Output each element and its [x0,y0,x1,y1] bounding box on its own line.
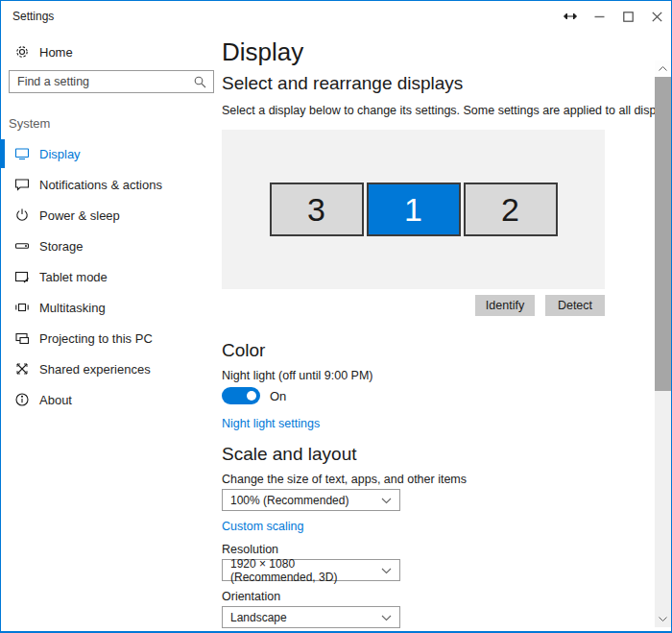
sidebar-item-label: Projecting to this PC [39,331,153,346]
resize-arrows-icon[interactable] [556,1,585,32]
monitor-arrangement-panel[interactable]: 3 1 2 [222,130,605,289]
rearrange-description: Select a display below to change its set… [222,103,671,118]
resolution-dropdown[interactable]: 1920 × 1080 (Recommended, 3D) [222,559,400,581]
sidebar-item-home[interactable]: Home [1,39,222,64]
toggle-state-label: On [270,389,286,403]
sidebar-item-label: Display [39,147,81,161]
sidebar-item-label: Power & sleep [39,208,120,223]
color-heading: Color [222,339,671,362]
sidebar-home-label: Home [39,45,73,60]
notifications-icon [14,177,30,192]
shared-experiences-icon [14,361,30,377]
monitor-3[interactable]: 3 [270,183,364,236]
selected-indicator [1,139,5,168]
orientation-value: Landscape [230,611,287,624]
search-icon[interactable] [193,75,206,88]
chevron-down-icon [381,494,392,507]
search-input[interactable] [10,71,213,92]
sidebar-item-label: Notifications & actions [39,178,162,192]
storage-icon [14,238,30,254]
toggle-knob [247,391,256,401]
maximize-button[interactable] [613,1,642,32]
monitor-number: 3 [307,191,325,229]
page-title: Display [222,37,671,66]
minimize-button[interactable] [585,1,613,32]
sidebar-item-notifications[interactable]: Notifications & actions [1,169,222,200]
sidebar-item-shared-experiences[interactable]: Shared experiences [1,353,222,384]
sidebar-item-label: Tablet mode [39,270,108,284]
resolution-value: 1920 × 1080 (Recommended, 3D) [230,557,381,584]
scaling-value: 100% (Recommended) [230,494,348,507]
sidebar-item-power-sleep[interactable]: Power & sleep [1,200,222,231]
display-icon [14,146,30,161]
settings-window: Settings [0,0,672,633]
identify-button[interactable]: Identify [475,295,535,316]
search-box [9,70,214,93]
sidebar-item-multitasking[interactable]: Multitasking [1,292,222,323]
orientation-label: Orientation [222,589,671,604]
main-content: Display Select and rearrange displays Se… [222,32,671,632]
about-icon [14,392,30,407]
tablet-icon [14,269,30,284]
monitor-number: 1 [404,191,422,229]
sidebar-item-label: Shared experiences [39,362,151,377]
scroll-down-icon[interactable] [655,611,671,627]
window-title: Settings [1,10,54,23]
scaling-size-label: Change the size of text, apps, and other… [222,472,671,487]
sidebar-item-about[interactable]: About [1,384,222,415]
detect-button[interactable]: Detect [545,295,605,316]
orientation-dropdown[interactable]: Landscape [222,606,400,628]
sidebar: Home System [1,32,222,632]
scaling-dropdown[interactable]: 100% (Recommended) [222,489,400,511]
night-light-label: Night light (off until 9:00 PM) [222,368,671,383]
sidebar-item-label: About [39,393,72,407]
night-light-toggle-row: On [222,387,671,404]
sidebar-item-tablet-mode[interactable]: Tablet mode [1,261,222,292]
power-icon [14,207,30,223]
sidebar-item-label: Storage [39,239,84,254]
custom-scaling-link[interactable]: Custom scaling [222,519,303,534]
resolution-label: Resolution [222,542,671,557]
scale-heading: Scale and layout [222,443,671,466]
vertical-scrollbar[interactable] [655,61,671,627]
rearrange-heading: Select and rearrange displays [222,72,671,95]
titlebar: Settings [1,1,671,32]
gear-icon [14,44,30,60]
scrollbar-thumb[interactable] [655,77,671,391]
identify-detect-row: Identify Detect [222,295,605,316]
monitor-1[interactable]: 1 [367,183,461,236]
sidebar-item-display[interactable]: Display [1,138,222,169]
night-light-settings-link[interactable]: Night light settings [222,416,320,431]
chevron-down-icon [381,564,392,577]
night-light-toggle[interactable] [222,387,260,404]
chevron-down-icon [381,611,392,624]
sidebar-item-projecting[interactable]: Projecting to this PC [1,323,222,353]
scroll-up-icon[interactable] [655,61,671,77]
sidebar-item-label: Multitasking [39,301,106,315]
monitor-number: 2 [501,191,519,229]
projecting-icon [14,330,30,346]
sidebar-nav: Display Notifications & actions [1,138,222,415]
sidebar-item-storage[interactable]: Storage [1,231,222,261]
close-button[interactable] [642,1,671,32]
window-controls [556,1,671,32]
sidebar-section-label: System [9,116,222,131]
multitasking-icon [14,300,30,315]
monitor-2[interactable]: 2 [464,183,558,236]
body-area: Home System [1,32,671,632]
